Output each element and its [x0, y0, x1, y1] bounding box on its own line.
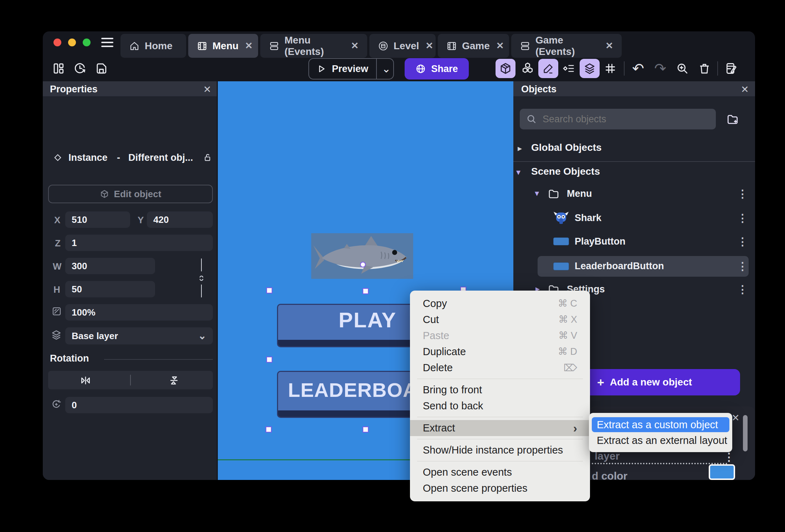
menu-item-bring-to-front[interactable]: Bring to front: [410, 382, 590, 398]
events-icon: [269, 41, 279, 51]
close-icon[interactable]: ✕: [351, 40, 359, 51]
rotation-field[interactable]: [65, 397, 213, 413]
scene-objects-caret[interactable]: ▾: [516, 167, 520, 177]
menu-item-send-to-back[interactable]: Send to back: [410, 398, 590, 414]
close-icon[interactable]: ✕: [732, 412, 740, 424]
layer-select[interactable]: Base layer ⌄: [65, 327, 213, 344]
tab-level[interactable]: Level ✕: [369, 34, 436, 58]
tree-row-shark[interactable]: Shark ⋮: [513, 209, 755, 228]
menu-item-open-scene-properties[interactable]: Open scene properties: [410, 480, 590, 496]
tab-menu[interactable]: Menu ✕: [188, 34, 258, 58]
hamburger-menu-icon[interactable]: [101, 37, 113, 48]
y-field[interactable]: [147, 211, 213, 228]
tree-row-leaderboardbutton[interactable]: LeaderboardButton ⋮: [538, 256, 749, 277]
z-field[interactable]: [65, 235, 213, 251]
rotation-section-title: Rotation: [50, 353, 89, 364]
tab-home[interactable]: Home: [120, 34, 186, 58]
menu-item-copy[interactable]: Copy⌘ C: [410, 296, 590, 312]
tab-game-events[interactable]: Game (Events) ✕: [511, 34, 622, 58]
folder-caret-icon[interactable]: ▾: [535, 188, 539, 198]
preview-button[interactable]: Preview ⌄: [308, 58, 394, 80]
kebab-menu-icon[interactable]: ⋮: [737, 260, 748, 272]
trash-icon[interactable]: [694, 59, 714, 78]
unlock-icon[interactable]: [202, 153, 212, 163]
instance-separator: -: [117, 152, 120, 163]
x-field[interactable]: [65, 211, 130, 228]
layers-scrollbar[interactable]: [743, 413, 748, 479]
layout-icon[interactable]: [51, 61, 66, 76]
edit-object-button[interactable]: Edit object: [48, 185, 213, 203]
tab-game[interactable]: Game ✕: [438, 34, 509, 58]
menu-item-delete[interactable]: Delete⌦: [410, 360, 590, 376]
undo-icon[interactable]: ↶: [628, 59, 648, 78]
tree-row-playbutton[interactable]: PlayButton ⋮: [513, 232, 755, 252]
close-icon[interactable]: ✕: [203, 84, 211, 95]
traffic-light-minimize[interactable]: [68, 39, 76, 46]
cube-3d-icon[interactable]: [496, 59, 515, 78]
tree-row-label: Shark: [575, 213, 601, 224]
close-icon[interactable]: ✕: [496, 40, 504, 51]
rotate-handle[interactable]: [360, 262, 366, 267]
tab-menu-events[interactable]: Menu (Events) ✕: [260, 34, 367, 58]
w-label: W: [53, 261, 62, 272]
traffic-light-close[interactable]: [53, 39, 61, 46]
opacity-field[interactable]: [65, 304, 213, 321]
kebab-menu-icon[interactable]: ⋮: [737, 212, 748, 224]
global-objects-section[interactable]: Global Objects: [531, 142, 602, 153]
kebab-menu-icon[interactable]: ⋮: [737, 283, 748, 296]
preview-dropdown-chevron[interactable]: ⌄: [382, 65, 391, 72]
preview-divider: [376, 58, 377, 79]
properties-panel: Properties ✕ Instance - Different obj...…: [43, 81, 217, 480]
zoom-in-icon[interactable]: [672, 59, 692, 78]
selection-handle-bottom-left[interactable]: [266, 426, 272, 433]
close-icon[interactable]: ✕: [605, 40, 613, 51]
add-folder-icon[interactable]: [726, 113, 739, 126]
search-objects-box[interactable]: [520, 109, 716, 129]
menu-item-cut[interactable]: Cut⌘ X: [410, 312, 590, 328]
menu-item-extract[interactable]: Extract›: [410, 420, 590, 436]
close-icon[interactable]: ✕: [426, 40, 433, 51]
selection-handle-mid-left[interactable]: [266, 357, 272, 363]
layers-icon[interactable]: [580, 59, 600, 78]
menu-item-duplicate[interactable]: Duplicate⌘ D: [410, 344, 590, 360]
link-chain-icon[interactable]: [196, 273, 206, 283]
submenu-item-extract-external-layout[interactable]: Extract as an external layout: [592, 433, 729, 448]
scene-events-icon[interactable]: [722, 59, 742, 78]
menu-item-show-hide-instance-properties[interactable]: Show/Hide instance properties: [410, 442, 590, 458]
share-button[interactable]: Share: [405, 58, 469, 80]
w-field[interactable]: [65, 258, 155, 274]
search-objects-input[interactable]: [542, 113, 716, 125]
grid-icon[interactable]: [600, 59, 620, 78]
kebab-menu-icon[interactable]: ⋮: [724, 451, 735, 463]
scene-objects-section[interactable]: Scene Objects: [531, 166, 600, 177]
save-icon[interactable]: [93, 61, 109, 76]
global-objects-caret[interactable]: ▸: [518, 143, 522, 153]
close-icon[interactable]: ✕: [741, 84, 749, 95]
traffic-light-zoom[interactable]: [83, 39, 91, 46]
flip-vertical-icon[interactable]: [168, 374, 180, 387]
h-field[interactable]: [65, 281, 155, 297]
cube-2d-icon: [100, 189, 109, 199]
instance-properties-icon[interactable]: [559, 59, 579, 78]
tab-label: Level: [394, 40, 419, 52]
selection-handle-top-center[interactable]: [363, 288, 369, 294]
kebab-menu-icon[interactable]: ⋮: [737, 235, 748, 248]
selection-handle-bottom-center[interactable]: [363, 426, 369, 433]
submenu-item-extract-custom-object[interactable]: Extract as a custom object: [592, 417, 729, 432]
kebab-menu-icon[interactable]: ⋮: [737, 188, 748, 200]
scrollbar-thumb[interactable]: [743, 415, 748, 451]
tree-row-menu-folder[interactable]: ▾ Menu ⋮: [513, 185, 755, 203]
selection-handle-top-left[interactable]: [266, 287, 272, 293]
background-color-fragment: d color: [592, 470, 627, 480]
menu-item-paste: Paste⌘ V: [410, 328, 590, 344]
flip-horizontal-icon[interactable]: [79, 374, 92, 387]
history-icon[interactable]: [72, 61, 88, 76]
section-divider: [513, 161, 755, 162]
close-icon[interactable]: ✕: [245, 40, 253, 51]
background-color-swatch[interactable]: [709, 464, 735, 480]
shark-sprite[interactable]: [311, 233, 413, 279]
objects-icon[interactable]: [518, 59, 538, 78]
menu-item-open-scene-events[interactable]: Open scene events: [410, 464, 590, 480]
redo-icon[interactable]: ↷: [650, 59, 670, 78]
edit-pencil-icon[interactable]: [538, 59, 558, 78]
